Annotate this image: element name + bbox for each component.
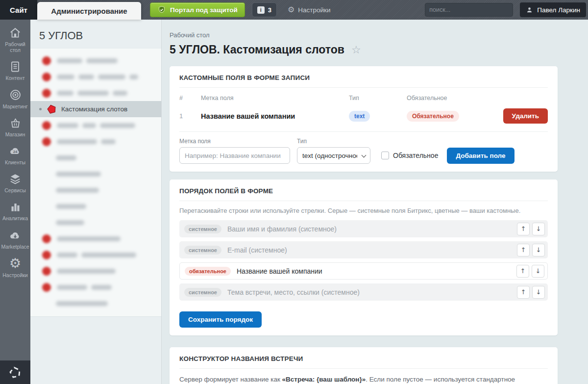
order-row-label: Тема встречи, место, ссылки (системное) bbox=[227, 288, 360, 296]
portal-protected-button[interactable]: Портал под защитой bbox=[150, 2, 245, 17]
redacted-text-bar bbox=[57, 253, 77, 257]
redacted-icon bbox=[42, 73, 51, 81]
order-row-custom[interactable]: обязательное Название вашей компании ↑ ↓ bbox=[179, 262, 548, 280]
rail-item-desktop[interactable]: Рабочий стол bbox=[0, 26, 30, 53]
redacted-text-bar bbox=[129, 75, 138, 79]
sidebar-item-redacted[interactable] bbox=[30, 52, 161, 69]
sidebar-item-active[interactable]: Кастомизация слотов bbox=[30, 101, 161, 117]
rail-item-marketing[interactable]: Маркетинг bbox=[0, 88, 30, 109]
redacted-text-bar bbox=[57, 236, 121, 241]
sidebar-item-redacted[interactable] bbox=[30, 295, 161, 311]
sidebar-item-redacted[interactable] bbox=[30, 230, 161, 247]
system-badge: системное bbox=[184, 225, 221, 233]
sidebar-item-redacted[interactable] bbox=[30, 150, 161, 166]
redacted-icon bbox=[42, 267, 51, 276]
row-number: 1 bbox=[179, 112, 197, 120]
redacted-text-bar bbox=[78, 75, 94, 79]
sidebar-item-redacted[interactable] bbox=[30, 69, 161, 85]
delete-field-button[interactable]: Удалить bbox=[503, 108, 548, 124]
clients-24-icon: 24 bbox=[8, 145, 22, 157]
rail-item-content[interactable]: Контент bbox=[0, 60, 30, 81]
redacted-text-bar bbox=[56, 220, 84, 225]
redacted-text-bar bbox=[57, 91, 74, 96]
main-content: Рабочий стол 5 УГЛОВ. Кастомизация слото… bbox=[162, 20, 588, 384]
topbar-settings-button[interactable]: ⚙ Настройки bbox=[288, 6, 331, 14]
pentagon-outline-icon bbox=[9, 366, 22, 379]
sidebar-item-redacted[interactable] bbox=[30, 263, 161, 279]
sidebar-item-redacted[interactable] bbox=[30, 198, 161, 214]
rail-item-label: Настройки bbox=[2, 272, 28, 278]
notifications-counter[interactable]: i 3 bbox=[252, 2, 277, 17]
redacted-text-bar bbox=[56, 301, 108, 306]
sidebar-menu: Кастомизация слотов bbox=[30, 48, 161, 317]
rail-item-clients[interactable]: 24 Клиенты bbox=[0, 145, 30, 165]
search-box[interactable] bbox=[425, 3, 513, 17]
portal-protected-label: Портал под защитой bbox=[170, 6, 238, 14]
rail-item-services[interactable]: Сервисы bbox=[0, 173, 30, 193]
card-title: ПОРЯДОК ПОЛЕЙ В ФОРМЕ bbox=[179, 187, 548, 201]
move-up-button[interactable]: ↑ bbox=[517, 223, 530, 235]
rail-item-marketplace[interactable]: Marketplace bbox=[0, 229, 30, 250]
type-caption: Тип bbox=[297, 138, 370, 145]
sidebar-item-redacted[interactable] bbox=[30, 117, 161, 133]
redacted-icon bbox=[42, 251, 51, 259]
redacted-text-bar bbox=[57, 285, 87, 290]
move-down-button[interactable]: ↓ bbox=[532, 286, 545, 299]
card-title: КОНСТРУКТОР НАЗВАНИЯ ВСТРЕЧИ bbox=[179, 355, 548, 369]
move-down-button[interactable]: ↓ bbox=[532, 244, 545, 256]
sidebar-item-redacted[interactable] bbox=[30, 133, 161, 150]
order-row-system[interactable]: системное Тема встречи, место, ссылки (с… bbox=[179, 283, 548, 301]
move-down-button[interactable]: ↓ bbox=[532, 223, 545, 235]
table-row: 1 Название вашей компании text Обязатель… bbox=[179, 108, 548, 132]
tab-site[interactable]: Сайт bbox=[0, 0, 37, 20]
move-up-button[interactable]: ↑ bbox=[517, 244, 530, 256]
type-select[interactable] bbox=[297, 147, 370, 164]
col-num: # bbox=[179, 95, 197, 102]
sidebar-title: 5 УГЛОВ bbox=[39, 29, 161, 42]
sidebar-item-redacted[interactable] bbox=[30, 279, 161, 295]
move-up-button[interactable]: ↑ bbox=[517, 286, 530, 299]
user-name: Павел Ларкин bbox=[537, 6, 580, 14]
sidebar-item-redacted[interactable] bbox=[30, 247, 161, 263]
content-icon bbox=[9, 60, 22, 73]
rail-item-label: Аналитика bbox=[2, 215, 28, 221]
rail-item-label: Клиенты bbox=[5, 159, 25, 165]
pentagon-icon bbox=[47, 104, 57, 114]
redacted-text-bar bbox=[56, 188, 99, 193]
site-switch-tile[interactable] bbox=[0, 360, 30, 384]
top-bar: Сайт Администрирование Портал под защито… bbox=[0, 0, 588, 20]
rail-item-label: Рабочий стол bbox=[1, 41, 29, 53]
col-label: Метка поля bbox=[201, 95, 345, 102]
user-menu[interactable]: Павел Ларкин bbox=[520, 2, 586, 17]
page-title: 5 УГЛОВ. Кастомизация слотов bbox=[170, 43, 344, 56]
save-order-button[interactable]: Сохранить порядок bbox=[179, 311, 262, 328]
section-sidebar: 5 УГЛОВ Кастомизация слотов bbox=[30, 20, 162, 384]
redacted-text-bar bbox=[81, 253, 136, 257]
redacted-text-bar bbox=[91, 285, 112, 290]
rail-item-label: Магазин bbox=[5, 131, 25, 137]
settings-gear-icon: ⚙ bbox=[9, 257, 21, 270]
sidebar-item-redacted[interactable] bbox=[30, 214, 161, 230]
redacted-text-bar bbox=[57, 139, 97, 144]
type-badge: text bbox=[349, 111, 370, 122]
move-down-button[interactable]: ↓ bbox=[532, 265, 544, 278]
sidebar-item-redacted[interactable] bbox=[30, 182, 161, 198]
order-row-system[interactable]: системное Ваши имя и фамилия (системное)… bbox=[179, 220, 548, 237]
field-label-input[interactable] bbox=[179, 147, 290, 164]
move-up-button[interactable]: ↑ bbox=[516, 265, 529, 278]
order-row-label: Ваши имя и фамилия (системное) bbox=[227, 225, 337, 233]
breadcrumb[interactable]: Рабочий стол bbox=[170, 31, 210, 39]
favorite-star-icon[interactable]: ☆ bbox=[351, 45, 361, 55]
sidebar-item-redacted[interactable] bbox=[30, 166, 161, 182]
fields-table-header: # Метка поля Тип Обязательное bbox=[179, 95, 548, 102]
rail-item-analytics[interactable]: Аналитика bbox=[0, 201, 30, 221]
add-field-button[interactable]: Добавить поле bbox=[447, 148, 514, 164]
search-input[interactable] bbox=[429, 6, 508, 13]
rail-item-shop[interactable]: Магазин bbox=[0, 117, 30, 137]
redacted-text-bar bbox=[57, 123, 78, 128]
required-checkbox[interactable] bbox=[381, 152, 389, 159]
rail-item-settings[interactable]: ⚙ Настройки bbox=[0, 257, 30, 278]
tab-administration[interactable]: Администрирование bbox=[37, 2, 141, 20]
order-row-system[interactable]: системное E-mail (системное) ↑ ↓ bbox=[179, 241, 548, 258]
sidebar-item-redacted[interactable] bbox=[30, 85, 161, 101]
